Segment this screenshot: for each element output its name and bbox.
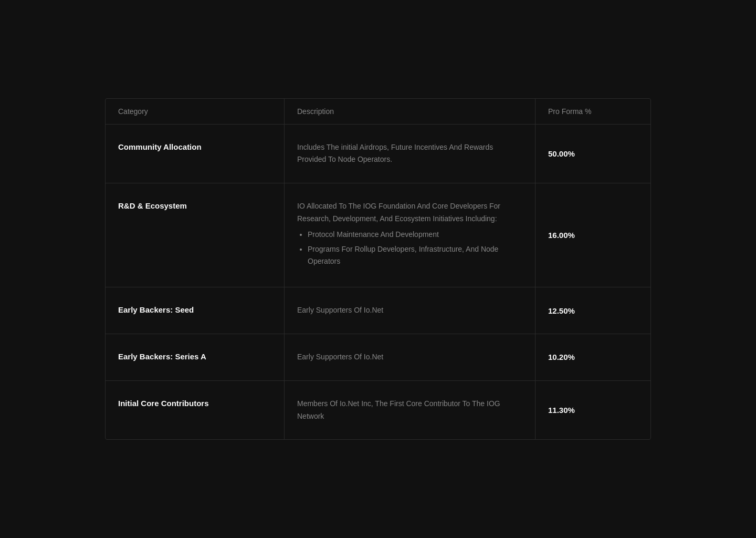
cell-description-early-backers-seed: Early Supporters Of Io.Net — [284, 287, 535, 334]
cell-percentage-initial-core-contributors: 11.30% — [535, 381, 650, 440]
header-description: Description — [284, 99, 535, 124]
cell-category-rd-ecosystem: R&D & Ecosystem — [106, 183, 284, 287]
cell-description-early-backers-series-a: Early Supporters Of Io.Net — [284, 334, 535, 380]
list-item: Programs For Rollup Developers, Infrastr… — [308, 243, 522, 268]
cell-description-community-allocation: Includes The initial Airdrops, Future In… — [284, 125, 535, 183]
cell-percentage-rd-ecosystem: 16.00% — [535, 183, 650, 287]
cell-description-rd-ecosystem: IO Allocated To The IOG Foundation And C… — [284, 183, 535, 287]
table-row: Early Backers: SeedEarly Supporters Of I… — [106, 287, 650, 334]
header-proforma: Pro Forma % — [535, 99, 650, 124]
cell-percentage-community-allocation: 50.00% — [535, 125, 650, 183]
allocation-table: Category Description Pro Forma % Communi… — [105, 98, 651, 440]
table-row: Initial Core ContributorsMembers Of Io.N… — [106, 381, 650, 440]
cell-category-initial-core-contributors: Initial Core Contributors — [106, 381, 284, 440]
header-category: Category — [106, 99, 284, 124]
table-body: Community AllocationIncludes The initial… — [106, 125, 650, 440]
cell-category-community-allocation: Community Allocation — [106, 125, 284, 183]
table-header: Category Description Pro Forma % — [106, 99, 650, 125]
table-row: R&D & EcosystemIO Allocated To The IOG F… — [106, 183, 650, 287]
table-row: Community AllocationIncludes The initial… — [106, 125, 650, 184]
cell-percentage-early-backers-series-a: 10.20% — [535, 334, 650, 380]
cell-category-early-backers-series-a: Early Backers: Series A — [106, 334, 284, 380]
cell-description-initial-core-contributors: Members Of Io.Net Inc, The First Core Co… — [284, 381, 535, 440]
cell-category-early-backers-seed: Early Backers: Seed — [106, 287, 284, 334]
cell-percentage-early-backers-seed: 12.50% — [535, 287, 650, 334]
table-row: Early Backers: Series AEarly Supporters … — [106, 334, 650, 381]
list-item: Protocol Maintenance And Development — [308, 229, 522, 241]
